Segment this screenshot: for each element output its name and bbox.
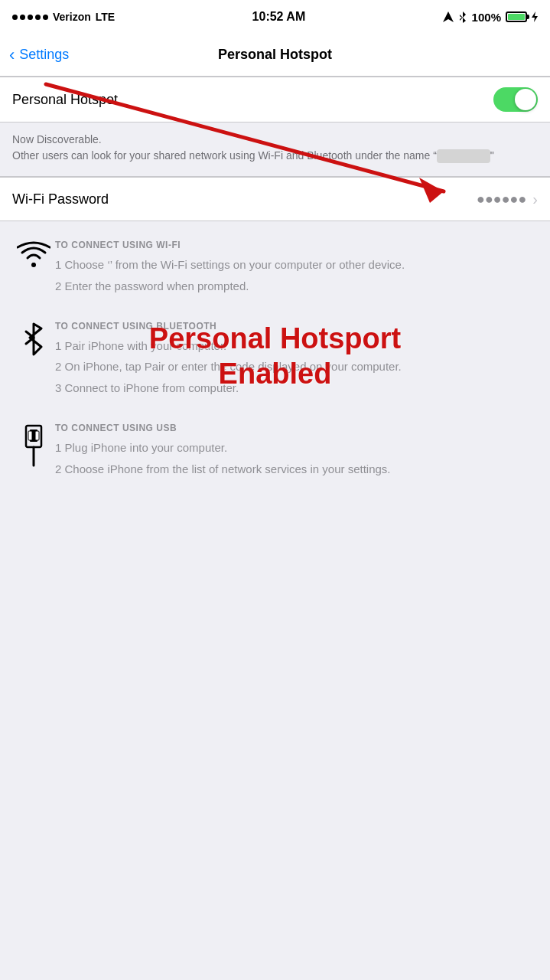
back-chevron-icon: ‹: [9, 45, 15, 65]
svg-marker-1: [532, 11, 538, 22]
svg-point-4: [31, 263, 36, 267]
bluetooth-instruction-content: TO CONNECT USING BLUETOOTH 1 Pair iPhone…: [55, 321, 538, 401]
usb-icon: [12, 423, 55, 467]
usb-symbol-icon: [18, 424, 49, 467]
usb-step-2: 2 Choose iPhone from the list of network…: [55, 461, 538, 478]
network-type: LTE: [96, 11, 115, 23]
status-left: Verizon LTE: [12, 11, 115, 23]
svg-marker-0: [443, 11, 454, 22]
svg-rect-8: [35, 431, 39, 440]
status-time: 10:52 AM: [252, 10, 306, 24]
info-line1: Now Discoverable.: [12, 133, 102, 145]
bluetooth-instructions: TO CONNECT USING BLUETOOTH 1 Pair iPhone…: [12, 321, 538, 401]
signal-dot-2: [20, 15, 25, 20]
wifi-password-row[interactable]: Wi-Fi Password ●●●●●● ›: [0, 177, 550, 221]
bluetooth-step-3: 3 Connect to iPhone from computer.: [55, 380, 538, 397]
nav-title: Personal Hotspot: [218, 47, 332, 63]
usb-instruction-content: TO CONNECT USING USB 1 Plug iPhone into …: [55, 423, 538, 482]
battery-fill: [508, 14, 525, 20]
bluetooth-step-1: 1 Pair iPhone with your computer.: [55, 338, 538, 354]
instructions-section: TO CONNECT USING WI-FI 1 Choose ‘’ from …: [0, 221, 550, 482]
wifi-step-2: 2 Enter the password when prompted.: [55, 278, 538, 295]
signal-dots: [12, 15, 48, 20]
info-text: Now Discoverable. Other users can look f…: [12, 132, 538, 164]
usb-step-1: 1 Plug iPhone into your computer.: [55, 439, 538, 456]
location-icon: [443, 11, 454, 22]
bluetooth-status-icon: [458, 11, 467, 23]
usb-instructions: TO CONNECT USING USB 1 Plug iPhone into …: [12, 423, 538, 482]
bluetooth-instruction-title: TO CONNECT USING BLUETOOTH: [55, 321, 538, 332]
page-wrapper: Verizon LTE 10:52 AM 100% ‹ S: [0, 0, 550, 482]
signal-dot-4: [35, 15, 41, 20]
status-bar: Verizon LTE 10:52 AM 100%: [0, 0, 550, 34]
svg-rect-7: [28, 431, 32, 440]
signal-dot-1: [12, 15, 18, 20]
signal-dot-5: [43, 15, 48, 20]
back-button[interactable]: ‹ Settings: [9, 45, 69, 65]
wifi-chevron-icon: ›: [532, 191, 538, 208]
battery-icon: [506, 11, 527, 22]
wifi-instruction-title: TO CONNECT USING WI-FI: [55, 240, 538, 250]
network-name-box: [437, 149, 490, 163]
back-label[interactable]: Settings: [19, 47, 69, 63]
hotspot-label: Personal Hotspot: [12, 92, 118, 108]
wifi-icon: [12, 240, 55, 269]
status-right: 100%: [443, 11, 538, 24]
toggle-knob: [515, 89, 536, 110]
battery-percent: 100%: [472, 11, 501, 24]
bluetooth-icon: [12, 321, 55, 356]
hotspot-section: Personal Hotspot: [0, 77, 550, 122]
bluetooth-step-2: 2 On iPhone, tap Pair or enter the code …: [55, 358, 538, 375]
bluetooth-symbol-icon: [22, 322, 45, 356]
charging-icon: [532, 11, 538, 22]
info-section: Now Discoverable. Other users can look f…: [0, 122, 550, 177]
wifi-password-right: ●●●●●● ›: [477, 191, 538, 208]
wifi-password-label: Wi-Fi Password: [12, 191, 109, 207]
wifi-instructions: TO CONNECT USING WI-FI 1 Choose ‘’ from …: [12, 240, 538, 299]
wifi-symbol-icon: [17, 241, 50, 269]
wifi-password-value: ●●●●●●: [477, 191, 526, 207]
info-line2: Other users can look for your shared net…: [12, 149, 437, 162]
wifi-instruction-content: TO CONNECT USING WI-FI 1 Choose ‘’ from …: [55, 240, 538, 299]
wifi-step-1: 1 Choose ‘’ from the Wi-Fi settings on y…: [55, 256, 538, 273]
hotspot-toggle-row: Personal Hotspot: [0, 77, 550, 122]
nav-bar: ‹ Settings Personal Hotspot: [0, 34, 550, 77]
usb-instruction-title: TO CONNECT USING USB: [55, 423, 538, 433]
signal-dot-3: [28, 15, 33, 20]
carrier-name: Verizon: [53, 11, 91, 23]
hotspot-toggle[interactable]: [493, 87, 538, 112]
